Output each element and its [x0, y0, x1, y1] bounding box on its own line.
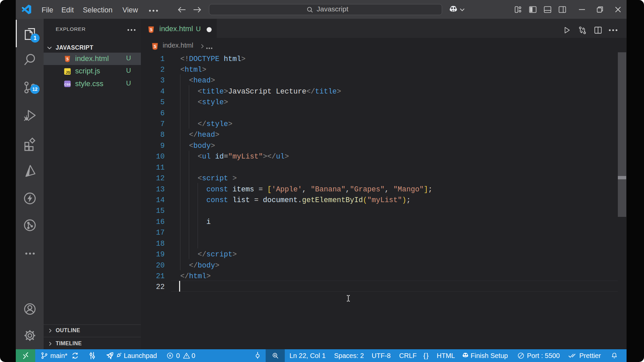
svg-text:JS: JS	[66, 70, 70, 74]
svg-text:5: 5	[154, 44, 156, 49]
svg-text:5: 5	[66, 57, 69, 61]
svg-text:5: 5	[150, 27, 153, 32]
svg-text:CSS: CSS	[64, 83, 71, 86]
